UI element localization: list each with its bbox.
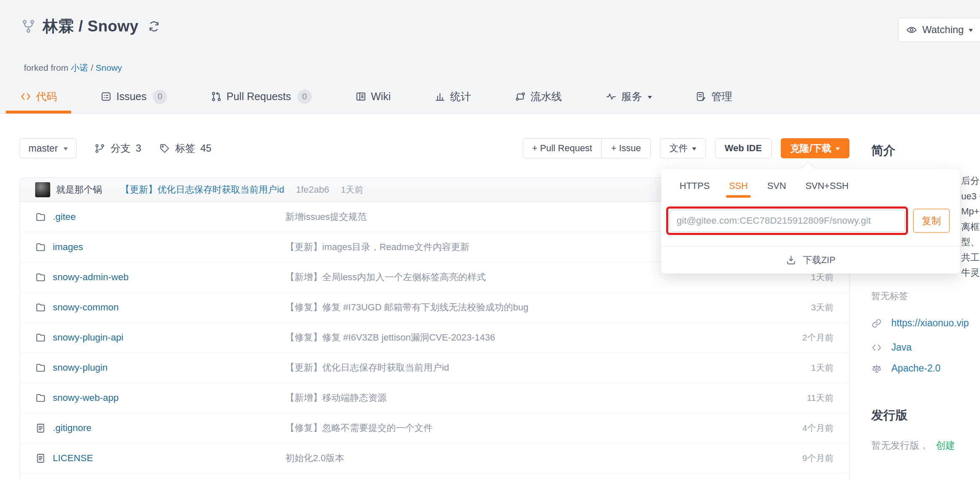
file-commit-time: 1天前 <box>811 362 834 374</box>
repo-tabs: 代码 Issues 0 Pull Requests 0 Wiki 统计 流水线 … <box>6 83 747 114</box>
fork-icon <box>21 19 36 34</box>
tab-wiki[interactable]: Wiki <box>341 83 405 114</box>
language-row: Java <box>871 342 912 353</box>
branch-icon <box>94 143 105 154</box>
commit-message-link[interactable]: 【更新】优化日志保存时获取当前用户id <box>121 183 284 196</box>
forked-owner-link[interactable]: 小诺 <box>71 63 88 72</box>
clone-protocol-tabs: HTTPS SSH SVN SVN+SSH <box>661 169 960 191</box>
folder-icon <box>35 272 46 283</box>
website-link[interactable]: https://xiaonuo.vip <box>891 317 969 329</box>
about-section-title: 简介 <box>871 142 895 159</box>
annotation-highlight-box <box>666 206 908 235</box>
file-link[interactable]: snowy-admin-web <box>53 272 128 283</box>
clone-url-input[interactable] <box>670 210 905 232</box>
table-row: snowy-web-app 【新增】移动端静态资源 11天前 <box>20 382 849 413</box>
file-link[interactable]: .gitignore <box>53 423 92 434</box>
file-commit-message[interactable]: 【修复】修复 #I6V3ZB jettison漏洞CVE-2023-1436 <box>285 331 495 344</box>
file-link[interactable]: .gitee <box>53 212 76 222</box>
clone-download-button[interactable]: 克隆/下载 <box>781 138 849 158</box>
file-commit-message[interactable]: 初始化2.0版本 <box>285 452 344 465</box>
table-row: snowy-plugin 【更新】优化日志保存时获取当前用户id 1天前 <box>20 352 849 382</box>
tab-issues[interactable]: Issues 0 <box>86 83 181 114</box>
language-link[interactable]: Java <box>891 342 912 353</box>
tab-code[interactable]: 代码 <box>6 83 71 114</box>
branches-count: 3 <box>136 142 141 154</box>
tab-services[interactable]: 服务 <box>591 83 666 114</box>
issues-count-badge: 0 <box>153 90 167 104</box>
tags-link[interactable]: 标签 45 <box>159 142 212 155</box>
file-commit-time: 11天前 <box>807 392 834 404</box>
watching-label: Watching <box>922 24 964 36</box>
file-link[interactable]: images <box>53 242 83 253</box>
tab-svn-ssh[interactable]: SVN+SSH <box>806 181 849 191</box>
watching-button[interactable]: Watching <box>898 18 980 42</box>
file-commit-message[interactable]: 【更新】images目录，Readme文件内容更新 <box>285 241 469 253</box>
tag-icon <box>159 143 170 154</box>
table-row: LICENSE 初始化2.0版本 9个月前 <box>20 443 849 473</box>
tab-ssh[interactable]: SSH <box>729 181 748 191</box>
table-row: snowy-common 【修复】修复 #I73UGD 邮箱带有下划线无法校验成… <box>20 292 849 322</box>
chevron-down-icon <box>648 96 652 101</box>
about-description-clipped: 后分 ue3 + Mp+H 离框架 型、 共工 牛灵活 <box>961 173 980 281</box>
tab-pipelines[interactable]: 流水线 <box>500 83 576 114</box>
tab-svn[interactable]: SVN <box>767 181 786 191</box>
commit-time: 1天前 <box>341 184 364 196</box>
files-dropdown-button[interactable]: 文件 <box>660 138 706 158</box>
releases-row: 暂无发行版， 创建 <box>871 439 955 452</box>
file-commit-message[interactable]: 【更新】优化日志保存时获取当前用户id <box>285 361 449 374</box>
tab-manage[interactable]: 管理 <box>681 83 747 114</box>
web-ide-button[interactable]: Web IDE <box>715 138 772 158</box>
file-commit-message[interactable]: 【修复】修复 #I73UGD 邮箱带有下划线无法校验成功的bug <box>285 301 528 314</box>
file-commit-message[interactable]: 【修复】忽略不需要提交的一个文件 <box>285 422 433 434</box>
sync-icon[interactable] <box>148 20 160 33</box>
file-icon <box>35 453 46 464</box>
file-link[interactable]: snowy-web-app <box>53 392 119 403</box>
tab-https[interactable]: HTTPS <box>680 181 710 191</box>
link-icon <box>871 318 882 329</box>
forked-prefix: forked from <box>24 63 68 72</box>
forked-repo-link[interactable]: Snowy <box>96 63 122 72</box>
folder-icon <box>35 332 46 343</box>
pr-count-badge: 0 <box>298 90 312 104</box>
code-icon <box>871 342 882 353</box>
pipeline-icon <box>515 91 526 102</box>
download-icon <box>785 254 797 266</box>
branches-link[interactable]: 分支 3 <box>94 142 141 155</box>
file-commit-message[interactable]: 【新增】全局less内加入一个左侧标签高亮的样式 <box>285 271 486 284</box>
folder-icon <box>35 212 46 222</box>
commit-sha[interactable]: 1fe2ab6 <box>296 184 329 195</box>
eye-icon <box>906 24 917 36</box>
file-commit-time: 3天前 <box>811 302 834 313</box>
page-title: 林霖 / Snowy <box>43 16 139 37</box>
file-link[interactable]: LICENSE <box>53 453 93 464</box>
license-link[interactable]: Apache-2.0 <box>891 363 941 374</box>
folder-icon <box>35 242 46 253</box>
no-releases-label: 暂无发行版， <box>871 440 929 451</box>
new-pull-request-button[interactable]: + Pull Request <box>523 138 602 158</box>
file-link[interactable]: snowy-plugin <box>53 362 108 373</box>
pull-request-icon <box>210 91 222 102</box>
commit-author[interactable]: 就是那个锅 <box>56 183 102 196</box>
file-commit-message[interactable]: 新增issues提交规范 <box>285 211 367 223</box>
copy-button[interactable]: 复制 <box>913 209 950 233</box>
file-link[interactable]: snowy-common <box>53 302 119 313</box>
tab-pull-requests[interactable]: Pull Requests 0 <box>196 83 326 114</box>
table-row: .gitignore 【修复】忽略不需要提交的一个文件 4个月前 <box>20 413 849 443</box>
create-release-link[interactable]: 创建 <box>936 440 955 451</box>
repo-header: 林霖 / Snowy forked from 小诺 / Snowy Watchi… <box>0 0 980 114</box>
tab-statistics[interactable]: 统计 <box>420 83 485 114</box>
avatar[interactable] <box>35 182 50 197</box>
folder-icon <box>35 392 46 403</box>
download-zip-link[interactable]: 下载ZIP <box>661 246 960 274</box>
file-commit-time: 2个月前 <box>802 332 834 343</box>
repo-toolbar: master 分支 3 标签 45 + Pull Request + Issue… <box>20 138 849 158</box>
table-row-partial <box>20 473 849 480</box>
manage-icon <box>695 91 707 102</box>
releases-section-title: 发行版 <box>871 407 908 424</box>
license-row: Apache-2.0 <box>871 363 941 374</box>
file-commit-message[interactable]: 【新增】移动端静态资源 <box>285 392 387 404</box>
website-row: https://xiaonuo.vip <box>871 317 969 329</box>
file-link[interactable]: snowy-plugin-api <box>53 332 123 343</box>
new-issue-button[interactable]: + Issue <box>601 138 651 158</box>
branch-selector[interactable]: master <box>20 138 77 158</box>
